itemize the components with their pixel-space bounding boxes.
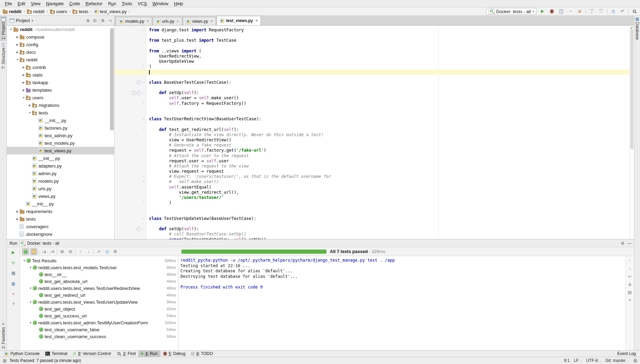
menu-item-vcs[interactable]: VCS xyxy=(135,0,150,7)
fold-icon[interactable]: ⌃ xyxy=(141,179,146,184)
collapsed-icon[interactable]: ▶ xyxy=(15,218,20,221)
test-tree-item[interactable]: ▼reddit.users.tests.test_admin.TestMyUse… xyxy=(20,319,178,326)
breadcrumb-item[interactable]: reddit xyxy=(26,9,45,14)
code-line[interactable]: '/users/testuser/' xyxy=(115,195,629,200)
tree-item[interactable]: test_models.py xyxy=(7,139,114,147)
settings-button[interactable]: ⚙ xyxy=(112,248,119,255)
line-separator-widget[interactable]: LF⌄ xyxy=(572,358,584,363)
show-passed-button[interactable] xyxy=(22,248,29,255)
code-line[interactable] xyxy=(115,221,629,226)
tool-button-find[interactable]: 3: Find xyxy=(114,351,139,357)
tool-button-version-control[interactable]: ⊙9: Version Control xyxy=(70,351,114,357)
tool-button-run[interactable]: 4: Run xyxy=(138,351,160,357)
test-tree-item[interactable]: ▼reddit.users.tests.test_models.TestUser… xyxy=(20,264,178,271)
sort-alphabetically-button[interactable]: ↓a xyxy=(40,248,47,255)
menu-item-help[interactable]: Help xyxy=(171,0,186,7)
tool-button-event-log[interactable]: Event Log xyxy=(614,351,639,357)
rerun-tests-button[interactable] xyxy=(10,249,17,256)
code-line[interactable] xyxy=(115,111,629,117)
tree-item[interactable]: ▶taskapp xyxy=(7,79,114,86)
expanded-icon[interactable]: ▼ xyxy=(28,321,33,324)
expanded-icon[interactable]: ▼ xyxy=(28,266,33,269)
expanded-icon[interactable]: ▼ xyxy=(28,287,33,290)
tree-item[interactable]: __init__.py xyxy=(7,200,114,208)
project-panel-title[interactable]: Project ▾ xyxy=(10,18,83,23)
tree-item[interactable]: ▼reddit xyxy=(7,56,114,63)
editor-tab-views-py[interactable]: views.py× xyxy=(183,17,216,25)
inspection-profile-icon[interactable] xyxy=(633,359,637,363)
code-line[interactable]: view = UserRedirectView() xyxy=(115,138,629,143)
tree-item[interactable]: admin.py xyxy=(7,170,114,177)
code-line[interactable]: view.request = request xyxy=(115,169,629,174)
tool-window-switcher-icon[interactable]: ▦ xyxy=(3,358,7,363)
run-console[interactable]: reddit_pycha:python -u /opt/.pycharm_hel… xyxy=(178,256,625,350)
code-line[interactable]: # Instantiate the view directly. Never d… xyxy=(115,132,629,138)
tree-item[interactable]: adapters.py xyxy=(7,162,114,170)
tree-item[interactable]: ▶docs xyxy=(7,48,114,56)
sort-by-duration-button[interactable]: ↓≡ xyxy=(49,248,56,255)
code-line[interactable]: super(TestUserUpdateView, self).setUp() xyxy=(115,237,629,240)
tree-item[interactable]: ▶requirements xyxy=(7,208,114,215)
test-tree-item[interactable]: ▼reddit.users.tests.test_views.TestUserU… xyxy=(20,299,178,305)
collapsed-icon[interactable]: ▶ xyxy=(15,43,20,46)
fold-icon[interactable]: − xyxy=(141,80,146,85)
code-line[interactable]: # call BaseUserTestCase.setUp() xyxy=(115,232,629,237)
run-configuration-select[interactable]: djDocker: tests - all▾ xyxy=(486,8,536,15)
code-line[interactable] xyxy=(115,33,629,38)
close-icon[interactable]: × xyxy=(147,19,149,24)
code-line[interactable]: view.get_redirect_url(), xyxy=(115,190,629,195)
collapsed-icon[interactable]: ▶ xyxy=(21,81,26,84)
code-line[interactable] xyxy=(115,106,629,111)
tree-item[interactable]: test_admin.py xyxy=(7,132,114,139)
test-history-button[interactable]: ◷ xyxy=(104,248,110,255)
next-failed-test-button[interactable]: ↓ xyxy=(85,248,92,255)
tree-item[interactable]: ▶tests xyxy=(7,215,114,223)
code-line[interactable]: ⌃ # self.make_user() xyxy=(115,179,629,184)
tool-button-python-console[interactable]: Python Console xyxy=(1,351,42,357)
project-tree-scrollbar-thumb[interactable] xyxy=(110,28,114,130)
code-line[interactable]: ⌃) xyxy=(115,64,629,69)
expanded-icon[interactable]: ▼ xyxy=(21,96,26,99)
fold-icon[interactable]: ⌃ xyxy=(141,101,146,106)
code-line[interactable]: ⌃ ) xyxy=(115,200,629,205)
clear-all-button[interactable]: × xyxy=(627,298,633,303)
vcs-update-button[interactable]: VCS↓ xyxy=(588,8,595,15)
tree-item[interactable]: .coveragerc xyxy=(7,223,114,230)
fold-icon[interactable]: − xyxy=(141,127,146,132)
test-tree-item[interactable]: ▼reddit.users.tests.test_views.TestUserR… xyxy=(20,285,178,292)
tool-button-debug[interactable]: 5: Debug xyxy=(160,351,188,357)
code-line[interactable]: −class TestUserUpdateView(BaseUserTestCa… xyxy=(115,216,629,221)
git-branch-widget[interactable]: Git: master⌄ xyxy=(604,358,631,363)
run-header-settings-button[interactable]: ⚙ xyxy=(621,241,624,246)
expanded-icon[interactable]: ▼ xyxy=(28,111,32,114)
editor-tab-urls-py[interactable]: urls.py× xyxy=(153,17,182,25)
encoding-widget[interactable]: UTF-8⌄ xyxy=(584,358,603,363)
code-line[interactable]: # Generate a fake request xyxy=(115,143,629,148)
fold-icon[interactable]: − xyxy=(141,90,146,95)
breadcrumb-item[interactable]: test_views.py xyxy=(93,9,127,14)
code-line[interactable]: ↑↓− def setUp(self): xyxy=(115,90,629,95)
tree-item[interactable]: ▼users xyxy=(7,94,114,101)
fold-icon[interactable]: ⌃ xyxy=(141,200,146,205)
test-tree-item[interactable]: test_get_redirect_url40ms xyxy=(20,292,178,299)
code-line[interactable] xyxy=(115,75,629,80)
breadcrumb-item[interactable]: users xyxy=(49,9,68,14)
code-line[interactable] xyxy=(115,70,629,75)
code-line[interactable]: − def test_get_redirect_url(self): xyxy=(115,127,629,132)
expanded-icon[interactable]: ▼ xyxy=(9,28,13,31)
fold-icon[interactable]: − xyxy=(141,117,146,122)
expanded-icon[interactable]: ▼ xyxy=(28,301,33,304)
menu-item-run[interactable]: Run xyxy=(105,0,119,7)
menu-item-refactor[interactable]: Refactor xyxy=(83,0,105,7)
menu-item-edit[interactable]: Edit xyxy=(15,0,28,7)
code-line[interactable]: − # Expect: '/users/testuser/', as that … xyxy=(115,174,629,179)
code-line[interactable] xyxy=(115,211,629,216)
tree-item[interactable]: ▼reddit~/cookiecutter/reddit xyxy=(7,26,114,33)
collapsed-icon[interactable]: ▶ xyxy=(21,73,26,77)
editor-scrollbar-thumb[interactable] xyxy=(630,29,633,149)
tree-item-selected[interactable]: test_views.py xyxy=(7,147,114,154)
previous-failed-test-button[interactable]: ↑ xyxy=(77,248,84,255)
stop-button[interactable] xyxy=(10,270,17,277)
concurrency-diagram-button[interactable]: ≣ xyxy=(576,8,583,15)
code-line[interactable]: −class TestUserRedirectView(BaseUserTest… xyxy=(115,117,629,122)
